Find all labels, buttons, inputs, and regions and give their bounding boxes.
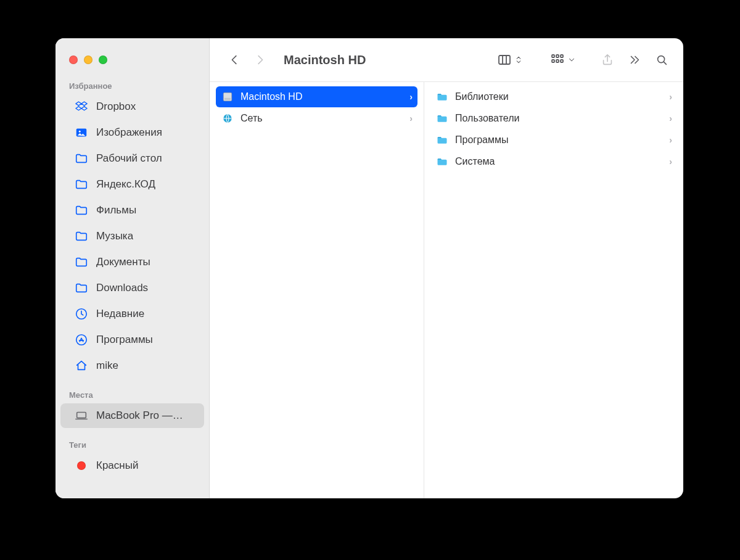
tag-color-icon: [74, 458, 89, 473]
sidebar-item-music[interactable]: Музыка: [60, 224, 204, 249]
appstore-icon: [74, 332, 89, 347]
svg-rect-5: [499, 56, 510, 64]
svg-rect-7: [556, 55, 559, 57]
sidebar-item-label: Недавние: [96, 308, 144, 320]
svg-rect-10: [556, 60, 559, 62]
chevron-right-icon: ›: [669, 92, 672, 102]
row-macintosh-hd[interactable]: Macintosh HD ›: [216, 86, 417, 107]
updown-icon: [514, 56, 523, 64]
chevron-right-icon: ›: [669, 135, 672, 145]
overflow-button[interactable]: [624, 49, 645, 70]
row-label: Сеть: [240, 113, 403, 124]
sidebar-item-label: Рабочий стол: [96, 152, 162, 165]
forward-button[interactable]: [249, 49, 270, 70]
chevron-right-icon: [253, 53, 266, 67]
sidebar-item-label: mike: [96, 360, 118, 372]
sidebar-item-pictures[interactable]: Изображения: [60, 120, 204, 145]
sidebar-item-label: Яндекс.КОД: [96, 178, 155, 191]
folder-icon: [74, 281, 89, 295]
sidebar-item-documents[interactable]: Документы: [60, 250, 204, 274]
folder-fill-icon: [435, 90, 449, 104]
chevron-right-icon: ›: [409, 92, 413, 102]
close-button[interactable]: [69, 56, 78, 64]
sidebar-item-label: Документы: [96, 256, 150, 268]
sidebar: Избранное Dropbox Изображения Рабочий ст…: [56, 38, 210, 498]
sidebar-item-label: Программы: [96, 334, 153, 346]
finder-window: Избранное Dropbox Изображения Рабочий ст…: [56, 38, 683, 498]
sidebar-item-label: Фильмы: [96, 204, 136, 216]
sidebar-item-dropbox[interactable]: Dropbox: [60, 94, 204, 119]
chevron-left-icon: [228, 53, 242, 67]
row-users[interactable]: Пользователи ›: [430, 108, 677, 129]
minimize-button[interactable]: [84, 56, 92, 64]
sidebar-item-home[interactable]: mike: [60, 353, 204, 378]
sidebar-item-this-mac[interactable]: MacBook Pro —…: [60, 403, 204, 428]
svg-point-1: [79, 131, 81, 133]
row-label: Библиотеки: [455, 91, 663, 102]
window-controls: [56, 47, 209, 78]
grid-icon: [550, 52, 565, 67]
column-view: Macintosh HD › Сеть › Библиотеки: [210, 81, 683, 498]
sidebar-item-movies[interactable]: Фильмы: [60, 198, 204, 223]
sidebar-item-recents[interactable]: Недавние: [60, 302, 204, 326]
sidebar-item-applications[interactable]: Программы: [60, 327, 204, 352]
chevron-right-icon: ›: [669, 113, 672, 123]
column-1: Библиотеки › Пользователи › Программы ›: [424, 82, 683, 498]
chevron-right-icon: ›: [409, 113, 413, 123]
share-icon: [601, 53, 614, 67]
row-label: Система: [455, 156, 663, 167]
row-applications[interactable]: Программы ›: [430, 130, 677, 150]
sidebar-section-tags-label: Теги: [56, 437, 209, 453]
folder-icon: [74, 177, 89, 192]
group-by-button[interactable]: [550, 52, 576, 67]
row-label: Пользователи: [455, 113, 663, 124]
row-libraries[interactable]: Библиотеки ›: [430, 86, 677, 107]
sidebar-item-downloads[interactable]: Downloads: [60, 276, 204, 300]
chevron-down-icon: [567, 56, 576, 64]
search-icon: [655, 53, 668, 67]
view-mode-button[interactable]: [497, 52, 523, 67]
back-button[interactable]: [224, 49, 245, 70]
svg-rect-11: [561, 60, 563, 62]
search-button[interactable]: [651, 49, 672, 70]
svg-point-3: [76, 335, 87, 345]
folder-fill-icon: [435, 133, 449, 147]
folder-icon: [74, 203, 89, 218]
column-0: Macintosh HD › Сеть ›: [210, 82, 424, 498]
columns-icon: [497, 52, 512, 67]
row-system[interactable]: Система ›: [430, 151, 677, 172]
svg-rect-14: [224, 98, 231, 100]
finder-main: Macintosh HD: [210, 38, 683, 498]
sidebar-item-label: MacBook Pro —…: [96, 410, 183, 422]
row-label: Macintosh HD: [240, 91, 403, 102]
sidebar-item-label: Dropbox: [96, 101, 136, 113]
sidebar-section-locations-label: Места: [56, 387, 209, 403]
folder-fill-icon: [435, 112, 449, 125]
sidebar-item-label: Изображения: [96, 126, 162, 139]
sidebar-item-yandex-kod[interactable]: Яндекс.КОД: [60, 172, 204, 197]
svg-rect-9: [552, 60, 554, 62]
sidebar-item-label: Downloads: [96, 282, 148, 294]
row-label: Программы: [455, 134, 663, 146]
sidebar-section-favorites-label: Избранное: [56, 78, 209, 94]
pictures-icon: [74, 125, 89, 140]
folder-icon: [74, 151, 89, 166]
folder-fill-icon: [435, 155, 449, 168]
sidebar-item-label: Красный: [96, 459, 138, 472]
double-chevron-right-icon: [628, 53, 641, 67]
sidebar-tag-red[interactable]: Красный: [60, 453, 204, 478]
clock-icon: [74, 307, 89, 321]
zoom-button[interactable]: [99, 56, 107, 64]
svg-rect-8: [561, 55, 563, 57]
folder-icon: [74, 229, 89, 244]
svg-rect-6: [552, 55, 554, 57]
row-network[interactable]: Сеть ›: [216, 108, 417, 129]
home-icon: [74, 358, 89, 373]
laptop-icon: [74, 408, 89, 423]
chevron-right-icon: ›: [669, 157, 672, 167]
globe-icon: [221, 112, 234, 125]
sidebar-item-label: Музыка: [96, 230, 133, 242]
share-button[interactable]: [597, 49, 618, 70]
toolbar: Macintosh HD: [210, 38, 683, 81]
sidebar-item-desktop[interactable]: Рабочий стол: [60, 146, 204, 171]
